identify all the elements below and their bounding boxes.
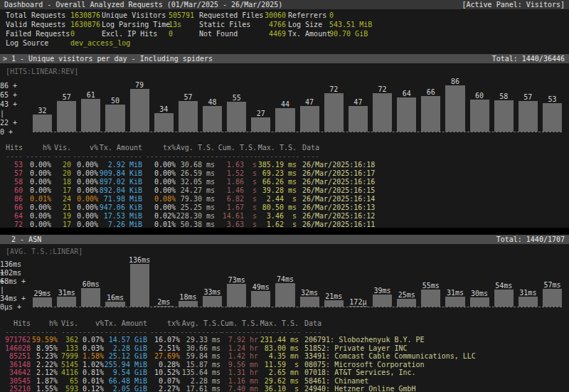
table-cell: 5.23%	[31, 352, 58, 361]
axis-tick: 68ms +	[0, 277, 30, 286]
table-cell: 1.02%	[78, 361, 104, 369]
table-row[interactable]: 660.00%210.00%947.06 KiB0.00%25.25 ms1.6…	[4, 203, 569, 212]
column-header: Vis.	[58, 319, 78, 328]
column-header: Avg. T.S.	[180, 319, 220, 328]
bar-value-label: 2ms	[157, 298, 170, 306]
bar-value-label: 31ms	[519, 289, 536, 297]
bar: 73ms	[227, 284, 246, 307]
axis-tick: |	[0, 109, 30, 118]
table-cell: 11.59 s	[258, 361, 299, 369]
table-header-row: Hitsh%Vis.v%Tx. Amounttx%Avg. T.S.Cum. T…	[4, 319, 569, 328]
table-row[interactable]: 640.00%190.00%17.53 MiB0.02%228.30 ms14.…	[4, 212, 569, 221]
table-cell: 34642	[4, 369, 31, 377]
table-cell: 0.00%	[142, 186, 176, 195]
summary-value: 0	[329, 11, 334, 19]
column-underline: ----	[51, 152, 71, 161]
column-underline: ------	[78, 328, 104, 337]
table-cell: 947.06 KiB	[98, 203, 142, 212]
table-cell: 4.35 mn	[258, 352, 299, 361]
summary-item: Not Found4469	[199, 29, 288, 38]
table-cell: 39.28 ms	[257, 186, 297, 195]
table-cell: 66	[4, 203, 23, 212]
column-underline: ----------	[180, 328, 220, 337]
table-row[interactable]: 600.00%170.00%892.04 KiB0.00%24.27 ms1.4…	[4, 186, 569, 195]
table-row[interactable]: 252101.55%5930.12%2.05 GiB2.27%17.61 ms7…	[4, 385, 569, 392]
column-underline: ---------	[220, 328, 258, 337]
column-underline: ----	[297, 152, 569, 161]
app-titlebar: Dashboard - Overall Analyzed Requests (0…	[0, 0, 569, 9]
table-cell: 83.00 ms	[258, 344, 299, 353]
bar-value-label: 30ms	[471, 290, 488, 297]
column-header: v%	[71, 144, 98, 152]
summary-value: 4766	[262, 20, 286, 29]
column-header: Cum. T.S.	[215, 144, 257, 152]
bar: 66	[421, 96, 440, 132]
bar: 49ms	[251, 291, 270, 307]
summary-item: Requested Files30060	[199, 11, 288, 20]
table-row[interactable]: 570.00%200.00%909.84 KiB0.00%26.59 ms1.5…	[4, 169, 569, 178]
table-row[interactable]: 97176259.59%3620.07%14.57 GiB16.07%29.33…	[4, 336, 569, 344]
table-row[interactable]: 305451.87%650.01%66.48 MiB0.07%2.28 ms1.…	[4, 377, 569, 386]
summary-item: Log Size543.51 MiB	[288, 20, 372, 29]
column-header: tx%	[142, 144, 176, 152]
table-cell: 1.24 hr	[220, 344, 258, 353]
table-row[interactable]: 852515.23%79991.58%25.12 GiB27.69%59.84 …	[4, 352, 569, 361]
table-row[interactable]: 346422.12%41160.81%9.54 GiB10.52%135.64 …	[4, 369, 569, 377]
table-cell: 0.00%	[142, 178, 176, 186]
bar: 55	[227, 102, 246, 132]
table-cell: 71.98 MiB	[98, 195, 142, 203]
summary-row: Failed Requests0Excl. IP Hits0Not Found4…	[6, 29, 569, 38]
table-cell: 26/Mar/2025:16:16	[297, 178, 569, 186]
table-cell: 33491: Comcast Cable Communications, LLC	[299, 352, 569, 361]
summary-row: Log Sourcedev_access_log	[6, 38, 569, 48]
summary-value: 0	[169, 30, 173, 38]
summary-row: Total Requests1630876Unique Visitors5057…	[6, 11, 569, 20]
table-cell: 0.00%	[71, 161, 98, 169]
column-underline: ------	[31, 328, 58, 337]
table-cell: 19	[51, 212, 71, 221]
summary-item: Valid Requests1630876	[6, 20, 102, 29]
bar-value-label: 54ms	[495, 282, 512, 290]
table-cell: 26.59 ms	[176, 169, 215, 178]
table-cell: 25.12 GiB	[104, 352, 147, 361]
table-cell: 0.00%	[71, 195, 98, 203]
summary-value: 13s	[169, 21, 181, 28]
table-row[interactable]: 580.00%180.00%897.02 KiB0.00%32.05 ms1.8…	[4, 178, 569, 186]
bar-value-label: 61	[87, 91, 95, 99]
column-underline: ----	[299, 328, 569, 337]
bar-value-label: 34	[159, 105, 168, 113]
summary-label: Valid Requests	[6, 20, 70, 29]
summary-item: Excl. IP Hits0	[102, 29, 199, 38]
table-row[interactable]: 860.01%240.00%71.98 MiB0.08%79.30 ms6.82…	[4, 195, 569, 203]
panel-1-title: > 1 - Unique visitors per day - Includin…	[3, 54, 213, 63]
bar: 29ms	[33, 297, 52, 307]
panel-1-header[interactable]: > 1 - Unique visitors per day - Includin…	[0, 54, 569, 63]
column-header: Vis.	[51, 144, 71, 152]
table-cell: 362	[58, 336, 78, 344]
bar-value-label: 31ms	[447, 289, 464, 297]
column-header: Max. T.S.	[258, 319, 299, 328]
table-cell: 18	[51, 178, 71, 186]
table-cell: 593	[58, 385, 78, 392]
table-cell: 15.87 ms	[180, 361, 220, 369]
table-cell: 7.40 mn	[220, 385, 258, 392]
table-cell: 24	[51, 195, 71, 203]
bar: 55ms	[421, 290, 440, 307]
bar: 21ms	[324, 300, 344, 307]
bar: 25ms	[397, 299, 416, 307]
table-row[interactable]: 1460288.95%1330.03%2.28 GiB2.51%30.66 ms…	[4, 344, 569, 353]
bar: 79	[130, 89, 149, 132]
column-underline: ----------	[104, 328, 147, 337]
bar: 48	[203, 106, 222, 132]
panel-2-header[interactable]: 2 - ASN Total: 1440/1707	[0, 235, 569, 244]
table-row[interactable]: 361482.22%51451.02%255.94 MiB0.28%15.87 …	[4, 361, 569, 369]
column-header: h%	[23, 144, 51, 152]
table-row[interactable]: 530.00%200.00%2.92 MiB0.00%30.68 ms1.63 …	[4, 161, 569, 169]
table-cell: 25210	[4, 385, 31, 392]
bar: 74ms	[275, 283, 294, 307]
bar: 57ms	[543, 289, 562, 307]
bar-value-label: 73ms	[228, 276, 245, 284]
table-cell: 9.56 mn	[220, 361, 258, 369]
table-cell: 255.94 MiB	[104, 361, 147, 369]
table-cell: 385.19 ms	[257, 161, 297, 169]
